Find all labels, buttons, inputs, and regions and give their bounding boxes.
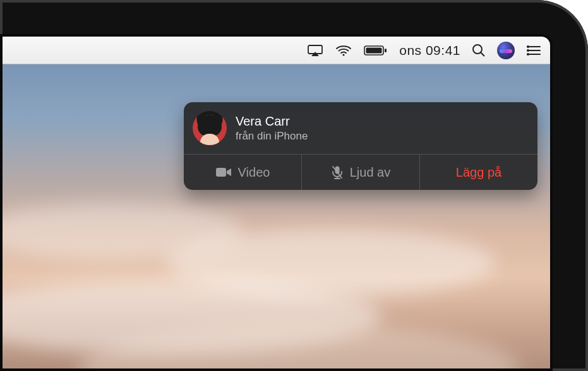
notification-center-icon[interactable] <box>526 37 541 64</box>
battery-icon[interactable] <box>364 37 388 64</box>
call-notification: Vera Carr från din iPhone <box>184 102 537 190</box>
call-actions: Video <box>184 154 537 190</box>
svg-point-5 <box>473 45 482 54</box>
call-source-text: från din iPhone <box>236 130 308 143</box>
mute-button-label: Ljud av <box>350 165 391 180</box>
menubar-clock[interactable]: ons 09:41 <box>399 37 460 64</box>
device-bezel: ons 09:41 <box>0 0 588 371</box>
svg-rect-3 <box>366 47 382 53</box>
caller-name: Vera Carr <box>236 114 308 129</box>
caller-avatar <box>193 111 227 145</box>
mute-button[interactable]: Ljud av <box>302 155 420 190</box>
airplay-icon[interactable] <box>307 37 323 64</box>
desktop-wallpaper: Vera Carr från din iPhone <box>3 64 550 368</box>
video-button-label: Video <box>238 165 270 180</box>
video-button[interactable]: Video <box>184 155 302 190</box>
search-icon[interactable] <box>472 37 486 64</box>
svg-rect-13 <box>216 168 226 177</box>
svg-point-10 <box>527 45 529 48</box>
svg-rect-4 <box>385 49 387 52</box>
svg-point-11 <box>527 49 529 52</box>
mic-muted-icon <box>331 165 344 179</box>
video-camera-icon <box>215 167 232 178</box>
svg-point-12 <box>527 53 529 56</box>
wifi-icon[interactable] <box>335 37 352 64</box>
hangup-button-label: Lägg på <box>456 165 501 180</box>
hangup-button[interactable]: Lägg på <box>420 155 537 190</box>
svg-point-1 <box>343 54 345 56</box>
siri-icon[interactable] <box>497 37 515 64</box>
svg-line-6 <box>481 52 484 56</box>
menubar: ons 09:41 <box>3 37 550 64</box>
